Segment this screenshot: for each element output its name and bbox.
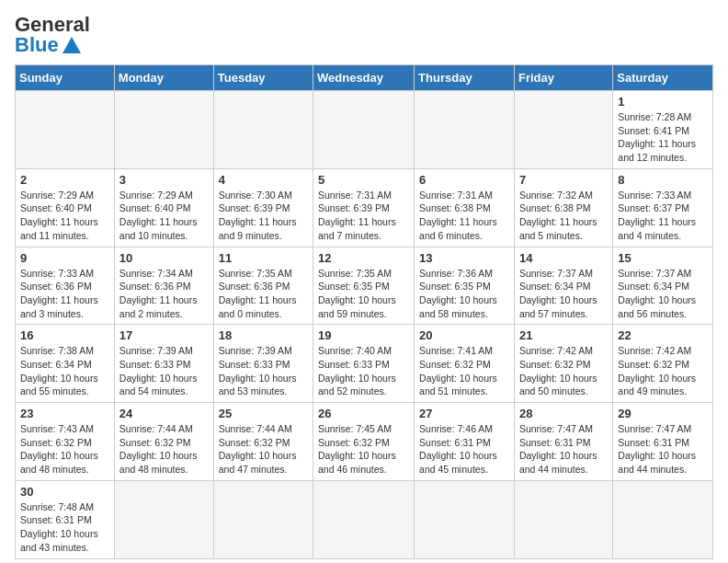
calendar-cell: 17Sunrise: 7:39 AM Sunset: 6:33 PM Dayli… (114, 325, 213, 403)
day-number: 2 (20, 173, 109, 187)
day-number: 11 (219, 251, 308, 265)
day-number: 10 (119, 251, 209, 265)
calendar-cell: 3Sunrise: 7:29 AM Sunset: 6:40 PM Daylig… (114, 168, 213, 247)
day-info: Sunrise: 7:38 AM Sunset: 6:34 PM Dayligh… (20, 344, 109, 398)
day-number: 9 (20, 251, 109, 265)
calendar-cell (16, 91, 115, 169)
day-info: Sunrise: 7:37 AM Sunset: 6:34 PM Dayligh… (618, 267, 708, 321)
day-info: Sunrise: 7:35 AM Sunset: 6:35 PM Dayligh… (318, 267, 409, 321)
day-info: Sunrise: 7:46 AM Sunset: 6:31 PM Dayligh… (419, 422, 509, 477)
day-info: Sunrise: 7:41 AM Sunset: 6:32 PM Dayligh… (419, 344, 509, 398)
day-info: Sunrise: 7:28 AM Sunset: 6:41 PM Dayligh… (618, 110, 708, 165)
day-number: 6 (419, 173, 509, 187)
day-info: Sunrise: 7:36 AM Sunset: 6:35 PM Dayligh… (419, 267, 509, 321)
day-number: 7 (519, 173, 608, 187)
calendar-cell: 10Sunrise: 7:34 AM Sunset: 6:36 PM Dayli… (114, 247, 213, 325)
calendar-cell (114, 480, 213, 558)
day-number: 4 (219, 173, 308, 187)
logo-general-text: General (15, 15, 90, 35)
weekday-header-thursday: Thursday (415, 65, 515, 91)
calendar-cell: 12Sunrise: 7:35 AM Sunset: 6:35 PM Dayli… (313, 247, 415, 325)
calendar-cell: 1Sunrise: 7:28 AM Sunset: 6:41 PM Daylig… (613, 91, 713, 169)
day-number: 16 (20, 328, 109, 342)
day-number: 18 (219, 328, 308, 342)
calendar-cell: 24Sunrise: 7:44 AM Sunset: 6:32 PM Dayli… (114, 403, 213, 481)
calendar-cell: 27Sunrise: 7:46 AM Sunset: 6:31 PM Dayli… (415, 403, 515, 481)
calendar-cell: 21Sunrise: 7:42 AM Sunset: 6:32 PM Dayli… (514, 325, 612, 403)
day-number: 22 (618, 328, 708, 342)
day-number: 5 (318, 173, 409, 187)
day-number: 21 (519, 328, 608, 342)
calendar-cell: 22Sunrise: 7:42 AM Sunset: 6:32 PM Dayli… (613, 325, 713, 403)
day-info: Sunrise: 7:29 AM Sunset: 6:40 PM Dayligh… (20, 189, 109, 243)
calendar-cell: 18Sunrise: 7:39 AM Sunset: 6:33 PM Dayli… (213, 325, 313, 403)
day-info: Sunrise: 7:43 AM Sunset: 6:32 PM Dayligh… (20, 422, 109, 477)
day-number: 3 (119, 173, 209, 187)
page-header: General Blue (15, 15, 713, 55)
day-info: Sunrise: 7:40 AM Sunset: 6:33 PM Dayligh… (318, 344, 409, 398)
calendar-cell: 4Sunrise: 7:30 AM Sunset: 6:39 PM Daylig… (213, 168, 313, 247)
calendar-cell (213, 480, 313, 558)
day-info: Sunrise: 7:31 AM Sunset: 6:38 PM Dayligh… (419, 189, 509, 243)
day-number: 8 (618, 173, 708, 187)
day-info: Sunrise: 7:33 AM Sunset: 6:37 PM Dayligh… (618, 189, 708, 243)
calendar-cell (415, 91, 515, 169)
calendar-cell: 30Sunrise: 7:48 AM Sunset: 6:31 PM Dayli… (16, 480, 115, 558)
day-info: Sunrise: 7:34 AM Sunset: 6:36 PM Dayligh… (119, 267, 209, 321)
day-info: Sunrise: 7:42 AM Sunset: 6:32 PM Dayligh… (618, 344, 708, 398)
day-number: 12 (318, 251, 409, 265)
day-info: Sunrise: 7:47 AM Sunset: 6:31 PM Dayligh… (519, 422, 608, 477)
day-number: 1 (618, 95, 708, 109)
day-number: 13 (419, 251, 509, 265)
day-info: Sunrise: 7:44 AM Sunset: 6:32 PM Dayligh… (219, 422, 308, 477)
calendar-cell: 8Sunrise: 7:33 AM Sunset: 6:37 PM Daylig… (613, 168, 713, 247)
day-number: 28 (519, 407, 608, 420)
calendar-cell: 25Sunrise: 7:44 AM Sunset: 6:32 PM Dayli… (213, 403, 313, 481)
weekday-header-tuesday: Tuesday (213, 65, 313, 91)
day-number: 27 (419, 407, 509, 420)
calendar-cell: 16Sunrise: 7:38 AM Sunset: 6:34 PM Dayli… (16, 325, 115, 403)
day-info: Sunrise: 7:35 AM Sunset: 6:36 PM Dayligh… (219, 267, 308, 321)
day-number: 29 (618, 407, 708, 420)
day-info: Sunrise: 7:33 AM Sunset: 6:36 PM Dayligh… (20, 267, 109, 321)
day-number: 24 (119, 407, 209, 420)
calendar-cell (313, 480, 415, 558)
day-info: Sunrise: 7:39 AM Sunset: 6:33 PM Dayligh… (119, 344, 209, 398)
weekday-header-sunday: Sunday (16, 65, 115, 91)
weekday-header-wednesday: Wednesday (313, 65, 415, 91)
day-number: 26 (318, 407, 409, 420)
calendar-table: SundayMondayTuesdayWednesdayThursdayFrid… (15, 64, 713, 559)
day-info: Sunrise: 7:37 AM Sunset: 6:34 PM Dayligh… (519, 267, 608, 321)
day-info: Sunrise: 7:45 AM Sunset: 6:32 PM Dayligh… (318, 422, 409, 477)
day-info: Sunrise: 7:48 AM Sunset: 6:31 PM Dayligh… (20, 500, 109, 555)
logo: General Blue (15, 15, 90, 55)
day-number: 23 (20, 407, 109, 420)
calendar-cell: 11Sunrise: 7:35 AM Sunset: 6:36 PM Dayli… (213, 247, 313, 325)
weekday-header-friday: Friday (514, 65, 612, 91)
weekday-header-monday: Monday (114, 65, 213, 91)
calendar-cell: 20Sunrise: 7:41 AM Sunset: 6:32 PM Dayli… (415, 325, 515, 403)
day-info: Sunrise: 7:31 AM Sunset: 6:39 PM Dayligh… (318, 189, 409, 243)
calendar-cell: 15Sunrise: 7:37 AM Sunset: 6:34 PM Dayli… (613, 247, 713, 325)
day-info: Sunrise: 7:42 AM Sunset: 6:32 PM Dayligh… (519, 344, 608, 398)
day-info: Sunrise: 7:32 AM Sunset: 6:38 PM Dayligh… (519, 189, 608, 243)
day-info: Sunrise: 7:29 AM Sunset: 6:40 PM Dayligh… (119, 189, 209, 243)
calendar-cell: 5Sunrise: 7:31 AM Sunset: 6:39 PM Daylig… (313, 168, 415, 247)
calendar-cell (514, 480, 612, 558)
day-info: Sunrise: 7:30 AM Sunset: 6:39 PM Dayligh… (219, 189, 308, 243)
weekday-header-saturday: Saturday (613, 65, 713, 91)
calendar-cell: 14Sunrise: 7:37 AM Sunset: 6:34 PM Dayli… (514, 247, 612, 325)
day-number: 15 (618, 251, 708, 265)
day-number: 19 (318, 328, 409, 342)
day-number: 14 (519, 251, 608, 265)
calendar-cell (313, 91, 415, 169)
calendar-cell (114, 91, 213, 169)
calendar-cell: 28Sunrise: 7:47 AM Sunset: 6:31 PM Dayli… (514, 403, 612, 481)
calendar-cell: 7Sunrise: 7:32 AM Sunset: 6:38 PM Daylig… (514, 168, 612, 247)
calendar-cell (415, 480, 515, 558)
calendar-cell: 6Sunrise: 7:31 AM Sunset: 6:38 PM Daylig… (415, 168, 515, 247)
day-info: Sunrise: 7:47 AM Sunset: 6:31 PM Dayligh… (618, 422, 708, 477)
calendar-cell: 19Sunrise: 7:40 AM Sunset: 6:33 PM Dayli… (313, 325, 415, 403)
day-number: 20 (419, 328, 509, 342)
calendar-cell: 26Sunrise: 7:45 AM Sunset: 6:32 PM Dayli… (313, 403, 415, 481)
